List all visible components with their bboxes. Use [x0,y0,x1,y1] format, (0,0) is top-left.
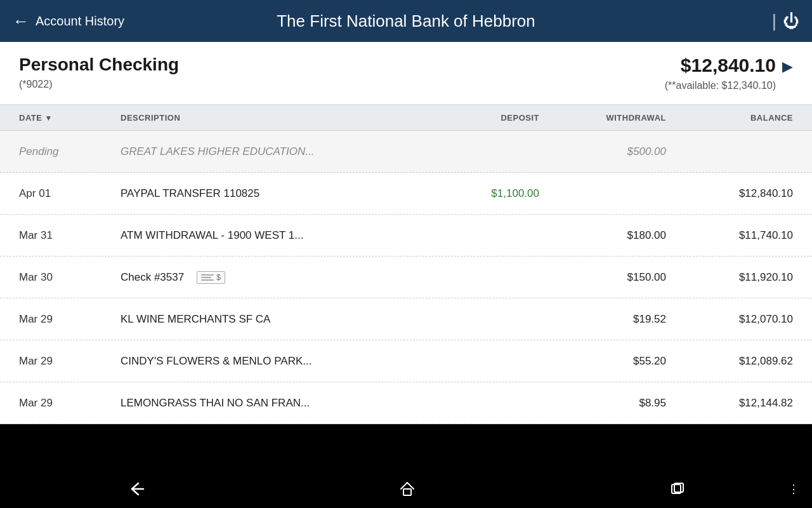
col-header-withdrawal: WITHDRAWAL [539,113,666,123]
account-name: Personal Checking [19,55,179,75]
table-row[interactable]: Mar 29 LEMONGRASS THAI NO SAN FRAN... $8… [0,382,812,424]
cell-balance: $11,920.10 [666,262,793,293]
header-power-area: | ⏻ [672,11,799,31]
cell-deposit: $1,100.00 [412,178,539,209]
cell-withdrawal [539,185,666,203]
cell-deposit [412,311,539,328]
cell-balance: $12,144.82 [666,388,793,418]
cell-date: Mar 30 [19,262,121,293]
table-header: DATE ▼ DESCRIPTION DEPOSIT WITHDRAWAL BA… [0,105,812,131]
cell-balance: $12,089.62 [666,346,793,377]
cell-date: Pending [19,137,121,167]
table-row[interactable]: Apr 01 PAYPAL TRANSFER 110825 $1,100.00 … [0,173,812,215]
account-number: (*9022) [19,79,179,90]
cell-description: ATM WITHDRAWAL - 1900 WEST 1... [121,220,412,251]
account-balance: $12,840.10 [665,55,776,76]
account-available: (**available: $12,340.10) [665,80,776,91]
power-icon[interactable]: ⏻ [783,11,799,31]
cell-withdrawal: $8.95 [539,388,666,418]
cell-date: Mar 29 [19,346,121,377]
table-row[interactable]: Mar 29 KL WINE MERCHANTS SF CA $19.52 $1… [0,298,812,340]
svg-rect-1 [403,489,411,495]
account-balance-area[interactable]: $12,840.10 (**available: $12,340.10) ▶ [665,55,793,91]
cell-date: Mar 29 [19,388,121,418]
cell-withdrawal: $19.52 [539,304,666,335]
table-row[interactable]: Mar 29 CINDY'S FLOWERS & MENLO PARK... $… [0,340,812,382]
cell-deposit [412,227,539,244]
cell-deposit [412,394,539,412]
cell-balance [666,143,793,161]
header-title: The First National Bank of Hebbron [140,11,672,31]
nav-back-button[interactable] [127,482,145,496]
cell-description: PAYPAL TRANSFER 110825 [121,178,412,209]
col-header-balance: BALANCE [666,113,793,123]
cell-withdrawal: $180.00 [539,220,666,251]
back-button[interactable]: ← Account History [13,11,140,31]
back-arrow-icon: ← [13,11,29,31]
cell-date: Apr 01 [19,178,121,209]
nav-more-button[interactable]: ⋮ [788,482,799,496]
app-header: ← Account History The First National Ban… [0,0,812,42]
chevron-right-icon[interactable]: ▶ [782,58,793,75]
cell-withdrawal: $500.00 [539,137,666,167]
nav-home-button[interactable] [399,481,416,497]
check-image-icon[interactable]: $ [197,271,225,284]
transactions-table: DATE ▼ DESCRIPTION DEPOSIT WITHDRAWAL BA… [0,105,812,424]
cell-description: LEMONGRASS THAI NO SAN FRAN... [121,388,412,418]
table-row[interactable]: Mar 31 ATM WITHDRAWAL - 1900 WEST 1... $… [0,215,812,257]
table-row[interactable]: Pending GREAT LAKES HIGHER EDUCATION... … [0,131,812,173]
col-header-description: DESCRIPTION [121,113,412,123]
sort-arrow-icon: ▼ [44,114,52,123]
android-nav-bar: ⋮ [0,470,812,508]
nav-recents-button[interactable] [670,481,685,497]
col-header-date[interactable]: DATE ▼ [19,113,121,123]
col-header-deposit: DEPOSIT [412,113,539,123]
account-summary: Personal Checking (*9022) $12,840.10 (**… [0,42,812,105]
cell-description: KL WINE MERCHANTS SF CA [121,304,412,335]
cell-balance: $12,070.10 [666,304,793,335]
cell-deposit [412,143,539,161]
cell-deposit [412,352,539,370]
cell-withdrawal: $150.00 [539,262,666,293]
cell-balance: $12,840.10 [666,178,793,209]
table-row[interactable]: Mar 30 Check #3537 $ $150.00 $11,920.10 [0,257,812,298]
cell-date: Mar 31 [19,220,121,251]
account-balance-info: $12,840.10 (**available: $12,340.10) [665,55,776,91]
back-label: Account History [36,14,124,29]
account-info-left: Personal Checking (*9022) [19,55,179,90]
cell-description: CINDY'S FLOWERS & MENLO PARK... [121,346,412,377]
header-divider: | [772,11,776,31]
cell-description: GREAT LAKES HIGHER EDUCATION... [121,137,412,167]
cell-deposit [412,269,539,286]
cell-withdrawal: $55.20 [539,346,666,377]
cell-date: Mar 29 [19,304,121,335]
cell-description: Check #3537 $ [121,262,412,293]
cell-balance: $11,740.10 [666,220,793,251]
